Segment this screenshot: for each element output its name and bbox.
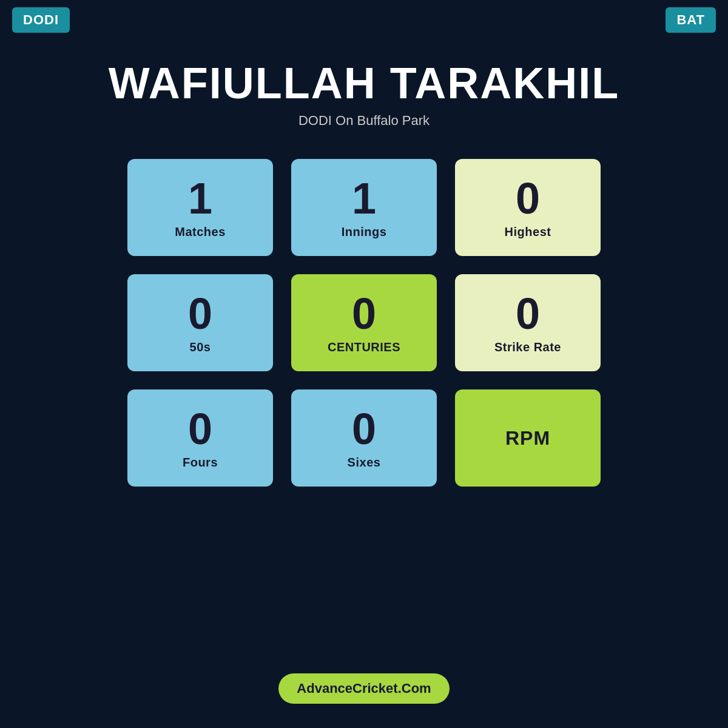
stat-card-rpm: RPM <box>455 389 601 487</box>
right-badge: BAT <box>666 7 716 33</box>
innings-label: Innings <box>342 225 387 239</box>
stat-card-fours: 0 Fours <box>127 389 273 487</box>
stat-card-innings: 1 Innings <box>291 159 437 256</box>
header: WAFIULLAH TARAKHIL DODI On Buffalo Park <box>0 40 728 135</box>
matches-value: 1 <box>188 177 212 220</box>
subtitle: DODI On Buffalo Park <box>12 113 716 129</box>
left-badge: DODI <box>12 7 70 33</box>
50s-label: 50s <box>190 340 211 354</box>
fours-label: Fours <box>183 456 218 470</box>
stat-card-sixes: 0 Sixes <box>291 389 437 487</box>
stat-card-highest: 0 Highest <box>455 159 601 256</box>
stat-card-50s: 0 50s <box>127 274 273 371</box>
stats-container: 1 Matches 1 Innings 0 Highest 0 50s 0 CE… <box>0 135 728 661</box>
sixes-label: Sixes <box>348 456 381 470</box>
innings-value: 1 <box>352 177 376 220</box>
rpm-label: RPM <box>505 427 550 450</box>
stats-row-1: 1 Matches 1 Innings 0 Highest <box>127 159 601 256</box>
stat-card-centuries: 0 CENTURIES <box>291 274 437 371</box>
stat-card-strike-rate: 0 Strike Rate <box>455 274 601 371</box>
footer: AdvanceCricket.Com <box>0 661 728 728</box>
strike-rate-value: 0 <box>516 292 540 335</box>
footer-badge: AdvanceCricket.Com <box>278 673 449 704</box>
stats-row-2: 0 50s 0 CENTURIES 0 Strike Rate <box>127 274 601 371</box>
highest-label: Highest <box>505 225 551 239</box>
fours-value: 0 <box>188 407 212 451</box>
matches-label: Matches <box>175 225 226 239</box>
player-name: WAFIULLAH TARAKHIL <box>12 58 716 108</box>
centuries-label: CENTURIES <box>328 340 400 354</box>
top-bar: DODI BAT <box>0 0 728 40</box>
centuries-value: 0 <box>352 292 376 335</box>
highest-value: 0 <box>516 177 540 220</box>
strike-rate-label: Strike Rate <box>494 340 561 354</box>
stat-card-matches: 1 Matches <box>127 159 273 256</box>
stats-row-3: 0 Fours 0 Sixes RPM <box>127 389 601 487</box>
50s-value: 0 <box>188 292 212 335</box>
sixes-value: 0 <box>352 407 376 451</box>
